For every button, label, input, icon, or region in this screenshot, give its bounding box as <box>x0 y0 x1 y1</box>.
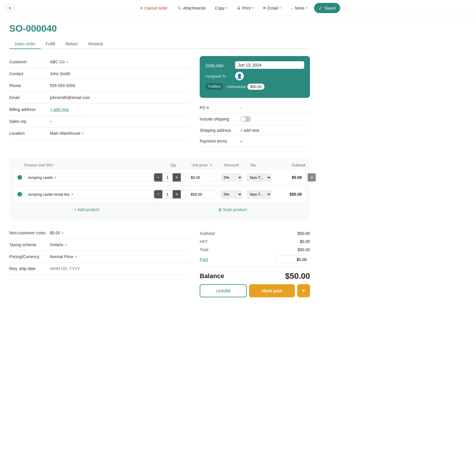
qty-decrease-2[interactable]: − <box>154 190 162 198</box>
product-1-select[interactable]: Jumping castle ▾ <box>24 173 154 182</box>
contact-row: Contact John Smith <box>9 68 190 80</box>
tab-restock[interactable]: Restock <box>83 39 108 49</box>
subtotal-1: $0.00 <box>276 175 302 180</box>
subtotal-2: $50.00 <box>276 192 302 197</box>
more-button[interactable]: ··· More ▾ <box>286 3 312 13</box>
print-button[interactable]: 🖨 Print ▾ <box>233 3 258 13</box>
right-fields: PO # - Include shipping Shipping address… <box>200 102 310 147</box>
main-content: SO-000040 Sales order Fulfill Return Res… <box>0 16 319 307</box>
customer-row: Customer ABC Co ▾ <box>9 56 190 68</box>
shipping-toggle[interactable] <box>240 116 251 122</box>
form-section: Customer ABC Co ▾ Contact John Smith Pho… <box>9 56 310 151</box>
tax-2[interactable]: Non-T... <box>247 190 271 199</box>
order-date-label: Order date <box>205 63 232 67</box>
taxing-chevron-icon: ▾ <box>65 243 67 247</box>
unit-price-1[interactable] <box>188 174 217 181</box>
unfulfill-button[interactable]: Unfulfill <box>200 284 247 297</box>
shipping-add-link[interactable]: + add new <box>240 128 310 133</box>
order-tabs: Sales order Fulfill Return Restock <box>9 39 310 49</box>
shipping-address-row: Shipping address + add new <box>200 125 310 136</box>
dropdown-arrow-icon: ▼ <box>301 288 306 293</box>
location-chevron-icon: ▾ <box>82 132 84 135</box>
product-dot-1 <box>17 175 22 180</box>
totals-section: Subtotal $50.00 HST $0.00 Total $50.00 P… <box>200 227 310 300</box>
subtotal-row: Subtotal $50.00 <box>200 229 310 238</box>
attachment-icon: 📎 <box>177 6 182 10</box>
action-buttons: Unfulfill Mark paid ▼ <box>200 284 310 297</box>
refresh-icon[interactable]: ↻ <box>210 163 212 167</box>
tax-1[interactable]: Non-T... <box>247 173 271 182</box>
billing-row: Billing address + add new <box>9 104 190 116</box>
email-button[interactable]: ✉ Email ▾ <box>259 3 285 13</box>
scan-product-button[interactable]: ⊞ Scan product <box>160 204 306 215</box>
add-product-button[interactable]: + Add product <box>14 204 160 215</box>
discount-1[interactable]: 0% <box>221 173 242 182</box>
status-card: Order date Assigned To 👤 Fulfilled Uninv… <box>200 56 310 98</box>
paid-input[interactable] <box>275 256 310 264</box>
attachments-button[interactable]: 📎 Attachments <box>173 3 210 13</box>
discount-2[interactable]: 0% <box>221 190 242 199</box>
po-row: PO # - <box>200 102 310 113</box>
qty-increase-1[interactable]: + <box>173 173 181 181</box>
ship-date-input[interactable] <box>50 266 190 271</box>
more-dots-icon: ··· <box>290 6 294 10</box>
sales-rep-select[interactable]: ▾ <box>50 120 190 123</box>
customer-form: Customer ABC Co ▾ Contact John Smith Pho… <box>9 56 190 151</box>
paid-row: Paid <box>200 254 310 265</box>
tab-sales-order[interactable]: Sales order <box>9 39 41 49</box>
assigned-row: Assigned To 👤 <box>205 72 304 80</box>
cancel-icon: ⊘ <box>140 6 143 10</box>
fulfilled-badge: Fulfilled <box>205 83 223 90</box>
customer-chevron-icon: ▾ <box>66 60 68 64</box>
unit-price-2[interactable] <box>188 190 217 198</box>
paid-link[interactable]: Paid <box>200 257 208 262</box>
order-date-input[interactable] <box>235 61 304 69</box>
pricing-row: Pricing/Currency Normal Price ▾ <box>9 251 190 263</box>
email-row: Email johnsmith@email.com <box>9 92 190 104</box>
shipping-toggle-row: Include shipping <box>200 113 310 125</box>
sales-rep-chevron-icon: ▾ <box>50 120 52 123</box>
right-form: Order date Assigned To 👤 Fulfilled Uninv… <box>200 56 310 151</box>
qty-input-1[interactable] <box>162 174 173 181</box>
location-select[interactable]: Main Warehouse ▾ <box>50 131 190 136</box>
check-icon: ✓ <box>319 5 322 11</box>
phone-row: Phone 555-555-5555 <box>9 80 190 92</box>
products-actions: + Add product ⊞ Scan product <box>14 204 305 215</box>
cancel-order-button[interactable]: ⊘ Cancel order <box>136 3 172 13</box>
copy-button[interactable]: Copy ▾ <box>211 3 232 13</box>
products-wrapper: Product and SKU Qty Unit price ↻ Discoun… <box>9 158 310 220</box>
email-icon: ✉ <box>263 6 266 10</box>
payment-terms-select[interactable]: ▾ <box>240 139 310 143</box>
product-1-chevron-icon: ▾ <box>55 176 56 179</box>
pricing-select[interactable]: Normal Price ▾ <box>50 254 190 259</box>
print-icon: 🖨 <box>237 6 241 10</box>
tab-fulfill[interactable]: Fulfill <box>41 39 61 49</box>
product-2-select[interactable]: Jumping castle rental fee ▾ <box>24 190 154 199</box>
qty-input-2[interactable] <box>162 191 173 198</box>
qty-decrease-1[interactable]: − <box>154 173 162 181</box>
delete-row-1[interactable]: ✕ <box>308 173 316 181</box>
ship-date-row: Req. ship date <box>9 263 190 275</box>
avatar: 👤 <box>235 72 244 80</box>
pricing-chevron-icon: ▾ <box>75 255 77 259</box>
close-button[interactable]: ✕ <box>6 4 14 12</box>
more-chevron-icon: ▾ <box>306 6 308 10</box>
payment-terms-row: Payment terms ▾ <box>200 136 310 147</box>
customer-select[interactable]: ABC Co ▾ <box>50 60 190 64</box>
toolbar: ✕ ⊘ Cancel order 📎 Attachments Copy ▾ 🖨 … <box>0 0 476 16</box>
more-actions-button[interactable]: ▼ <box>297 284 310 297</box>
products-header: Product and SKU Qty Unit price ↻ Discoun… <box>14 163 305 170</box>
order-date-row: Order date <box>205 61 304 69</box>
qty-control-2: − + <box>154 190 186 199</box>
mark-paid-button[interactable]: Mark paid <box>249 284 295 297</box>
taxing-select[interactable]: Ontario ▾ <box>50 242 190 247</box>
location-row: Location Main Warehouse ▾ <box>9 127 190 139</box>
non-customer-select[interactable]: $0.00 ▾ <box>50 231 190 235</box>
tab-return[interactable]: Return <box>60 39 83 49</box>
scan-icon: ⊞ <box>218 207 223 212</box>
sales-rep-row: Sales rep ▾ <box>9 116 190 127</box>
qty-increase-2[interactable]: + <box>173 190 181 198</box>
bottom-section: Non-customer costs $0.00 ▾ Taxing scheme… <box>9 227 310 300</box>
billing-add-link[interactable]: + add new <box>50 107 190 112</box>
saved-status: ✓ Saved <box>314 3 340 13</box>
